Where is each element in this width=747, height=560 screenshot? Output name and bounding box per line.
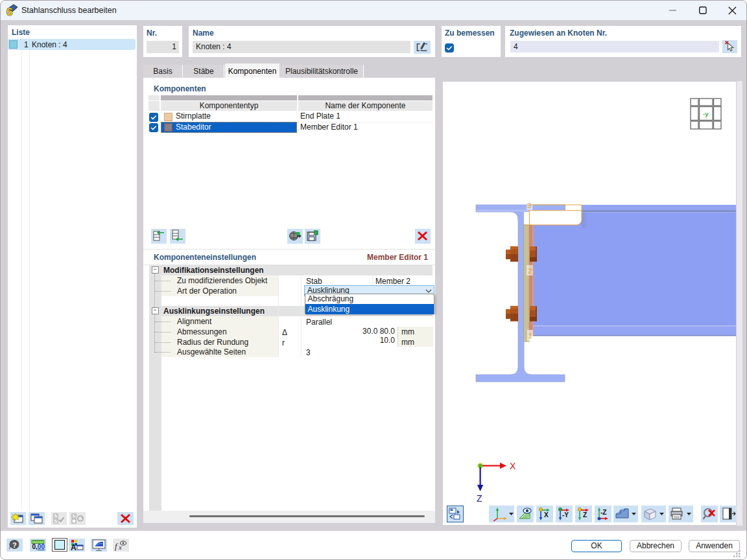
svg-text:1: 1 bbox=[528, 332, 532, 340]
svg-text:Z: Z bbox=[583, 511, 587, 519]
svg-text:0,00: 0,00 bbox=[32, 543, 45, 550]
svg-text:-y: -y bbox=[703, 110, 709, 117]
svg-text:Z: Z bbox=[477, 493, 482, 504]
svg-text:-Y: -Y bbox=[562, 511, 569, 519]
svg-text:-Z: -Z bbox=[600, 509, 606, 516]
svg-text:X: X bbox=[510, 461, 516, 471]
svg-text:x: x bbox=[118, 543, 122, 551]
svg-text:A: A bbox=[71, 543, 77, 552]
svg-text:3: 3 bbox=[527, 202, 531, 209]
svg-text:6: 6 bbox=[6, 6, 12, 18]
svg-text:2: 2 bbox=[528, 267, 532, 275]
svg-text:?: ? bbox=[12, 541, 17, 549]
svg-text:X: X bbox=[544, 511, 549, 519]
